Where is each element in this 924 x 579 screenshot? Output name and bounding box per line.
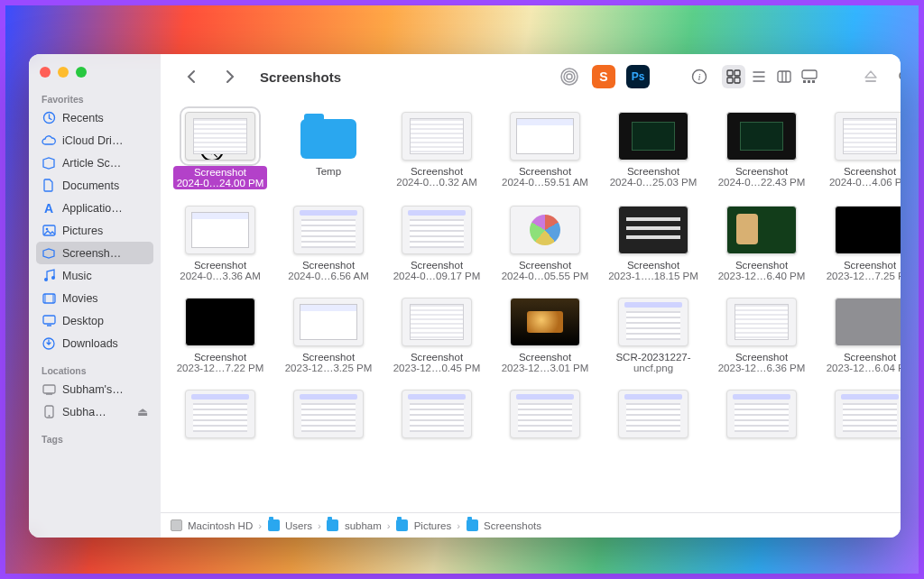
file-name: Screenshot [519,166,571,177]
sidebar-item-label: Music [62,270,92,282]
sidebar-item-article[interactable]: Article Sc… [36,152,153,174]
sidebar-item-label: Applicatio… [62,202,123,215]
file-thumbnail [726,206,797,254]
sidebar-item-movies[interactable]: Movies [36,287,153,309]
sidebar-item-label: Screensh… [62,247,121,260]
sidebar-item-applications[interactable]: AApplicatio… [36,197,153,219]
file-name: Screenshot [735,166,788,177]
desktop-icon [42,314,56,328]
file-thumbnail [835,390,901,438]
file-item[interactable]: Screenshot2023-12…3.01 PM [494,298,596,373]
path-segment[interactable]: Users [285,520,312,531]
file-item[interactable] [603,390,704,444]
sidebar-item-icloud[interactable]: iCloud Dri… [36,129,153,152]
search-button[interactable] [893,65,901,88]
forward-button[interactable] [218,65,242,88]
file-item[interactable]: Screenshot2023-12…6.04 PM [819,298,901,373]
file-item[interactable]: Screenshot2024-0…6.56 AM [278,206,379,281]
file-item[interactable] [386,390,487,444]
svg-rect-21 [778,71,790,82]
svg-rect-7 [43,316,55,324]
sidebar-item-recents[interactable]: Recents [36,106,153,129]
sidebar-item-subhams[interactable]: Subham's… [36,378,153,400]
file-date: 2024-0…0.32 AM [396,177,477,188]
sidebar-item-downloads[interactable]: Downloads [36,332,153,354]
file-item[interactable]: Screenshot2023-1….18.15 PM [603,206,704,281]
file-name: Screenshot [844,260,896,271]
sidebar-item-label: iCloud Dri… [62,134,123,147]
screenshots-icon [42,246,56,261]
sidebar-item-screenshots[interactable]: Screensh… [36,242,153,264]
file-item[interactable]: Screenshot2024-0…3.36 AM [170,206,271,281]
file-item[interactable]: Screenshot2024-0…59.51 AM [494,112,596,189]
svg-text:A: A [44,201,53,215]
eject-icon[interactable]: ⏏ [137,405,148,418]
sidebar-item-subha[interactable]: Subha…⏏ [36,400,153,423]
file-item[interactable]: Screenshot2023-12…6.40 PM [711,206,812,281]
path-bar[interactable]: Macintosh HD › Users › subham › Pictures… [161,512,901,538]
file-item[interactable] [711,390,812,444]
file-item[interactable]: Screenshot2023-12…6.36 PM [711,298,812,373]
view-icons-button[interactable] [722,65,745,88]
file-item[interactable]: Screenshot2023-12…3.25 PM [278,298,379,373]
file-name: Screenshot [411,260,463,271]
path-segment[interactable]: Pictures [414,520,452,531]
file-item[interactable] [494,390,596,444]
file-item[interactable] [278,390,379,444]
file-item[interactable] [819,390,901,444]
view-columns-button[interactable] [772,65,796,88]
svg-point-4 [44,278,48,281]
close-button[interactable] [40,67,51,78]
file-item[interactable]: Screenshot2024-0…4.06 PM [819,112,901,189]
file-item[interactable]: Screenshot2024-0…22.43 PM [711,112,812,189]
file-item[interactable]: ↖Screenshot2024-0…24.00 PM [170,112,271,189]
sidebar-section-tags: Tags [36,430,153,446]
path-segment[interactable]: Screenshots [484,520,541,531]
file-item[interactable]: Screenshot2023-12…7.25 PM [819,206,901,281]
file-thumbnail [293,206,364,254]
info-button[interactable]: i [688,65,711,88]
svg-point-11 [48,415,50,417]
main-pane: Screenshots S Ps i ↖Screenshot2024-0… [161,54,901,538]
file-item[interactable]: Screenshot2024-0…0.32 AM [386,112,487,189]
file-grid-area[interactable]: ↖Screenshot2024-0…24.00 PMTempScreenshot… [161,99,901,512]
sidebar-item-pictures[interactable]: Pictures [36,219,153,242]
file-thumbnail [402,390,472,438]
sidebar-item-music[interactable]: Music [36,264,153,287]
sidebar-item-label: Subha… [62,406,106,418]
fullscreen-button[interactable] [76,67,87,78]
view-list-button[interactable] [747,65,771,88]
file-item[interactable]: Screenshot2024-0…25.03 PM [603,112,704,189]
sidebar: Favorites RecentsiCloud Dri…Article Sc…D… [29,54,161,538]
music-icon [42,269,56,283]
svg-point-5 [51,276,55,280]
file-item[interactable]: Screenshot2024-0…09.17 PM [386,206,487,281]
file-name: Screenshot [844,166,896,177]
sidebar-item-documents[interactable]: Documents [36,174,153,197]
file-item[interactable] [170,390,271,444]
file-item[interactable]: Screenshot2023-12…7.22 PM [170,298,271,373]
file-item[interactable]: SCR-20231227-uncf.png [603,298,704,373]
airdrop-icon[interactable] [558,65,581,88]
folder-item[interactable]: Temp [278,112,379,189]
file-thumbnail [185,206,255,254]
svg-rect-24 [808,80,810,83]
toolbar: Screenshots S Ps i [161,54,901,99]
path-segment[interactable]: Macintosh HD [188,520,253,531]
subhams-icon [42,382,56,397]
minimize-button[interactable] [58,67,69,78]
file-item[interactable]: Screenshot2024-0…05.55 PM [494,206,596,281]
back-button[interactable] [179,65,202,88]
view-switcher [722,65,821,88]
view-gallery-button[interactable] [798,65,821,88]
file-thumbnail [726,112,797,161]
file-date: 2023-12…3.01 PM [502,363,589,373]
app-shortcut-s[interactable]: S [592,65,615,88]
path-segment[interactable]: subham [345,520,382,531]
sidebar-item-desktop[interactable]: Desktop [36,309,153,332]
app-shortcut-photoshop[interactable]: Ps [626,65,650,88]
file-item[interactable]: Screenshot2023-12…0.45 PM [386,298,487,373]
file-date: 2024-0…6.56 AM [288,271,369,281]
sidebar-item-label: Pictures [62,225,103,237]
eject-button[interactable] [859,65,882,88]
